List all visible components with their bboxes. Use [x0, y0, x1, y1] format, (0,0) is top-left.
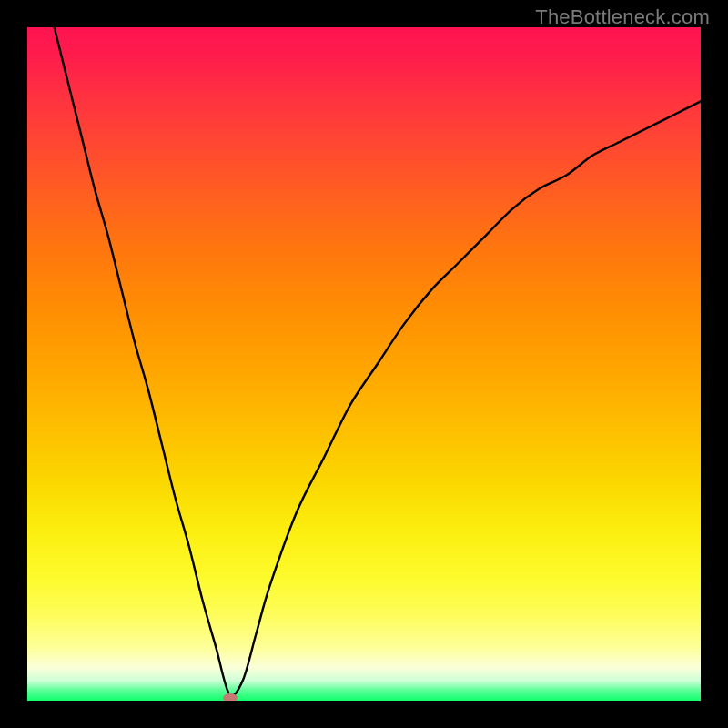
plot-area [27, 27, 701, 701]
watermark-text: TheBottleneck.com [535, 5, 710, 29]
bottleneck-curve [27, 27, 701, 701]
optimal-point-marker [223, 693, 238, 701]
chart-frame: TheBottleneck.com [0, 0, 728, 728]
